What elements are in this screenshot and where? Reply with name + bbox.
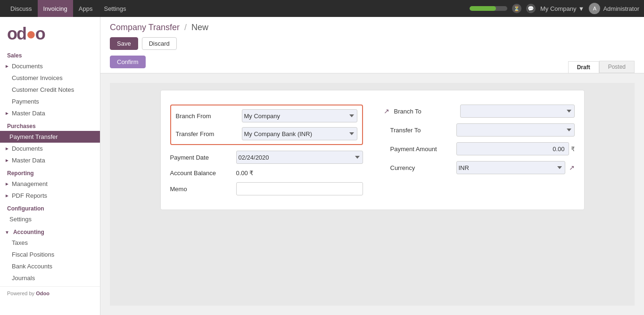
avatar: A bbox=[589, 3, 600, 14]
arrow-icon: ► bbox=[5, 111, 9, 116]
sidebar-item-fiscal-positions[interactable]: Fiscal Positions bbox=[0, 249, 100, 260]
form-left: Branch From My Company Transf bbox=[170, 105, 363, 195]
payment-date-label: Payment Date bbox=[170, 154, 231, 161]
arrow-icon: ► bbox=[5, 158, 9, 163]
transfer-to-select[interactable] bbox=[456, 123, 575, 137]
discard-button[interactable]: Discard bbox=[142, 37, 177, 50]
arrow-icon: ► bbox=[5, 193, 9, 198]
breadcrumb-parent[interactable]: Company Transfer bbox=[110, 23, 180, 32]
transfer-from-select[interactable]: My Company Bank (INR) bbox=[242, 127, 357, 140]
payment-date-field: 02/24/2020 bbox=[236, 151, 363, 164]
company-name: My Company bbox=[540, 5, 577, 12]
branch-to-field bbox=[460, 105, 575, 118]
transfer-from-field: My Company Bank (INR) bbox=[242, 127, 357, 140]
sidebar-label: Journals bbox=[12, 275, 35, 282]
sidebar-item-bank-accounts[interactable]: Bank Accounts bbox=[0, 260, 100, 272]
payment-amount-label: Payment Amount bbox=[390, 145, 452, 153]
breadcrumb: Company Transfer / New bbox=[110, 23, 635, 32]
section-accounting: Accounting bbox=[13, 229, 44, 235]
account-balance-label: Account Balance bbox=[170, 170, 231, 177]
sidebar-item-management[interactable]: ► Management bbox=[0, 178, 100, 190]
sidebar-item-pdf-reports[interactable]: ► PDF Reports bbox=[0, 190, 100, 202]
branch-to-label: Branch To bbox=[394, 108, 455, 115]
sidebar-item-payments-sales[interactable]: Payments bbox=[0, 96, 100, 107]
sidebar-label: Management bbox=[12, 180, 48, 187]
nav-discuss[interactable]: Discuss bbox=[5, 0, 38, 17]
transfer-to-row: Transfer To bbox=[382, 123, 575, 137]
currency-select[interactable]: INR bbox=[456, 161, 565, 174]
sidebar-label: Customer Credit Notes bbox=[12, 86, 74, 93]
branch-from-select[interactable]: My Company bbox=[242, 109, 357, 122]
account-balance-value: 0.00 ₹ bbox=[236, 170, 254, 177]
nav-settings[interactable]: Settings bbox=[98, 0, 132, 17]
toolbar: Save Discard bbox=[110, 37, 635, 50]
payment-amount-input[interactable] bbox=[456, 142, 569, 155]
sidebar-item-taxes[interactable]: Taxes bbox=[0, 237, 100, 249]
sidebar-label: Settings bbox=[9, 216, 32, 223]
sidebar-item-documents-sales[interactable]: ► Documents bbox=[0, 60, 100, 72]
payment-amount-row: Payment Amount ₹ bbox=[382, 142, 575, 155]
sidebar-item-master-data-sales[interactable]: ► Master Data bbox=[0, 107, 100, 119]
section-purchases: Purchases bbox=[0, 119, 100, 131]
status-draft: Draft bbox=[568, 61, 599, 73]
payment-date-select[interactable]: 02/24/2020 bbox=[236, 151, 363, 164]
branch-from-field: My Company bbox=[242, 109, 357, 122]
arrow-icon: ► bbox=[5, 64, 9, 69]
chat-icon[interactable]: 💬 bbox=[526, 4, 536, 13]
chevron-down-icon: ▼ bbox=[578, 5, 585, 12]
section-accounting-toggle[interactable]: ▼ Accounting bbox=[0, 225, 100, 237]
sidebar-label: Payment Transfer bbox=[9, 133, 58, 140]
odoo-brand: Odoo bbox=[36, 291, 50, 296]
account-balance-field: 0.00 ₹ bbox=[236, 170, 363, 177]
status-posted: Posted bbox=[599, 61, 635, 73]
sidebar-item-customer-invoices[interactable]: Customer Invoices bbox=[0, 72, 100, 84]
sidebar-item-master-data-purchases[interactable]: ► Master Data bbox=[0, 154, 100, 166]
transfer-from-label: Transfer From bbox=[176, 130, 237, 137]
form-area: Branch From My Company Transf bbox=[100, 73, 644, 315]
currency-label: Currency bbox=[390, 164, 452, 171]
transfer-to-field bbox=[456, 123, 575, 137]
username: Administrator bbox=[603, 5, 639, 12]
account-balance-row: Account Balance 0.00 ₹ bbox=[170, 170, 363, 177]
company-selector[interactable]: My Company ▼ bbox=[540, 5, 584, 12]
section-reporting: Reporting bbox=[0, 166, 100, 178]
memo-input[interactable] bbox=[236, 182, 363, 195]
content-header: Company Transfer / New Save Discard Conf… bbox=[100, 17, 644, 73]
logo: od●o bbox=[0, 17, 100, 48]
sidebar-label: Master Data bbox=[12, 110, 45, 117]
sidebar-item-customer-credit-notes[interactable]: Customer Credit Notes bbox=[0, 84, 100, 96]
arrow-icon: ► bbox=[5, 146, 9, 151]
sidebar-footer: Powered by Odoo bbox=[0, 286, 100, 300]
memo-label: Memo bbox=[170, 186, 231, 193]
breadcrumb-separator: / bbox=[184, 23, 187, 32]
status-bar: Draft Posted bbox=[568, 61, 635, 73]
sidebar-item-settings[interactable]: Settings bbox=[0, 213, 100, 225]
currency-external-link-icon[interactable]: ↗ bbox=[569, 164, 575, 171]
sidebar-item-journals[interactable]: Journals bbox=[0, 272, 100, 284]
external-link-icon[interactable]: ↗ bbox=[384, 107, 389, 115]
clock-icon[interactable]: ⏳ bbox=[512, 4, 521, 13]
transfer-to-label: Transfer To bbox=[390, 127, 452, 134]
user-menu[interactable]: A Administrator bbox=[589, 3, 639, 14]
top-navigation: Discuss Invoicing Apps Settings ⏳ 💬 My C… bbox=[0, 0, 644, 17]
sidebar-label: Bank Accounts bbox=[12, 263, 52, 270]
sidebar-label: Master Data bbox=[12, 157, 45, 164]
breadcrumb-current: New bbox=[191, 23, 208, 32]
branch-to-select[interactable] bbox=[460, 105, 575, 118]
sidebar: od●o Sales ► Documents Customer Invoices… bbox=[0, 17, 100, 315]
nav-invoicing[interactable]: Invoicing bbox=[38, 0, 73, 17]
sidebar-item-payment-transfer[interactable]: Payment Transfer bbox=[0, 131, 100, 143]
memo-field bbox=[236, 182, 363, 195]
confirm-button[interactable]: Confirm bbox=[110, 56, 146, 68]
save-button[interactable]: Save bbox=[110, 37, 138, 50]
rupee-symbol: ₹ bbox=[571, 145, 575, 153]
sidebar-item-documents-purchases[interactable]: ► Documents bbox=[0, 143, 100, 154]
branch-to-row: ↗ Branch To bbox=[382, 105, 575, 118]
sidebar-label: Documents bbox=[12, 63, 43, 70]
progress-bar-fill bbox=[470, 6, 496, 11]
odoo-logo: od●o bbox=[7, 24, 45, 44]
highlighted-fields: Branch From My Company Transf bbox=[170, 105, 363, 145]
arrow-icon: ► bbox=[5, 181, 9, 186]
nav-apps[interactable]: Apps bbox=[73, 0, 99, 17]
sidebar-label: Taxes bbox=[12, 239, 28, 246]
